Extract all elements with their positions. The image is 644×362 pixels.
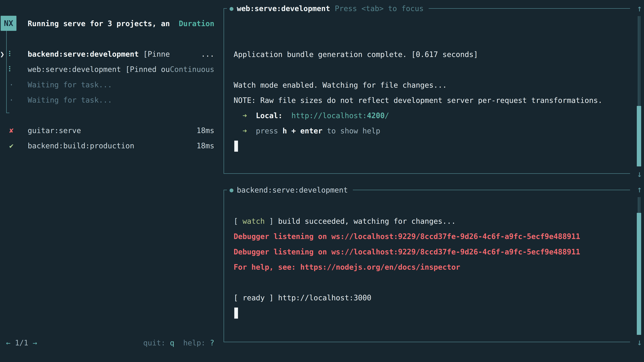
task-row-web-serve[interactable]: ⠇ web:serve:development [Pinned ou Conti… (0, 61, 214, 77)
task-name: backend:build:production (28, 141, 134, 150)
pane-title-bar: ● backend:serve:development (224, 182, 630, 198)
border-segment (224, 190, 227, 190)
log-line-watch-mode: Watch mode enabled. Watching for file ch… (234, 77, 447, 93)
output-pane-backend-serve[interactable]: ● backend:serve:development [ watch ] bu… (224, 190, 630, 342)
scrollbar-thumb[interactable] (637, 106, 641, 166)
nx-tui-screen: NX Running serve for 3 projects, an Dura… (0, 0, 644, 362)
terminal-cursor (234, 308, 238, 319)
focus-hint: Press <tab> to focus (335, 4, 424, 13)
scroll-down-icon[interactable]: ↓ (636, 166, 643, 182)
page-indicator: 1/1 (10, 339, 33, 347)
task-row-backend-build[interactable]: ✔ backend:build:production 18ms (0, 138, 214, 153)
task-name-suffix: [Pinne (139, 50, 170, 58)
task-row-waiting-1[interactable]: · Waiting for task... (0, 77, 214, 92)
task-name: web:serve:development (28, 65, 121, 73)
task-row-guitar-serve[interactable]: ✘ guitar:serve 18ms (0, 123, 214, 138)
border-line (429, 8, 630, 9)
quit-hint-label: quit: (143, 339, 170, 347)
failed-icon: ✘ (8, 126, 16, 135)
success-icon: ✔ (8, 142, 16, 150)
border-segment (224, 8, 227, 9)
log-line-inspector-help: For help, see: https://nodejs.org/en/doc… (234, 259, 460, 275)
output-pane-web-serve[interactable]: ● web:serve:development Press <tab> to f… (224, 8, 630, 174)
task-name: Waiting for task... (28, 96, 112, 104)
watch-tag: watch (242, 217, 265, 225)
log-line-build-succeeded: [ watch ] build succeeded, watching for … (234, 213, 456, 229)
log-line-help-hint: ➜ press h + enter to show help (234, 123, 380, 138)
help-pre-text: press (256, 126, 282, 135)
scroll-down-icon[interactable]: ↓ (636, 335, 643, 350)
log-line-bundle-complete: Application bundle generation complete. … (234, 46, 478, 62)
local-label: Local: (256, 111, 282, 120)
running-bullet-icon: ● (230, 5, 234, 12)
running-bullet-icon: ● (230, 186, 234, 194)
quit-key: q (170, 339, 174, 347)
task-duration: 18ms (196, 141, 214, 150)
task-row-waiting-2[interactable]: · Waiting for task... (0, 92, 214, 108)
duration-column-header: Duration (179, 19, 214, 28)
task-status-value: ... (201, 50, 214, 58)
task-name: Waiting for task... (28, 80, 112, 89)
scroll-up-icon[interactable]: ↑ (636, 182, 643, 197)
log-line-note: NOTE: Raw file sizes do not reflect deve… (234, 92, 602, 108)
localhost-4200-link[interactable]: http://localhost:4200/ (291, 111, 389, 120)
task-name: guitar:serve (28, 126, 81, 135)
running-spinner-icon: ⠇ (8, 65, 14, 73)
hint-gap (174, 339, 183, 347)
gap (282, 111, 291, 120)
border-line (353, 190, 630, 190)
task-name-suffix: [Pinned ou (121, 65, 170, 73)
terminal-cursor (234, 141, 238, 152)
bracket-open: [ (234, 217, 242, 225)
pane-title: backend:serve:development (237, 186, 348, 194)
log-line-local-url: ➜ Local: http://localhost:4200/ (234, 108, 389, 123)
scrollbar-track[interactable] (638, 16, 640, 106)
log-line-ready: [ ready ] http://localhost:3000 (234, 290, 371, 305)
watch-message: build succeeded, watching for changes... (274, 217, 456, 225)
task-row-backend-serve[interactable]: ❯ ⠇ backend:serve:development [Pinne ... (0, 46, 214, 62)
bracket-close: ] (265, 217, 274, 225)
help-key: ? (210, 339, 214, 347)
scrollbar-track[interactable] (638, 197, 640, 213)
task-duration: 18ms (196, 126, 214, 135)
waiting-dot-icon: · (8, 80, 16, 89)
scroll-up-icon[interactable]: ↑ (636, 1, 643, 16)
task-list-footer: ← 1/1 → quit: q help: ? (0, 335, 214, 351)
log-line-debugger-1: Debugger listening on ws://localhost:922… (234, 229, 580, 244)
task-list-header: Running serve for 3 projects, an Duratio… (0, 16, 214, 31)
log-line-debugger-2: Debugger listening on ws://localhost:922… (234, 244, 580, 259)
help-keys: h + enter (282, 126, 322, 135)
help-hint-label: help: (183, 339, 210, 347)
arrow-icon: ➜ (234, 111, 256, 120)
running-spinner-icon: ⠇ (8, 50, 14, 58)
task-list-title: Running serve for 3 projects, an (28, 19, 170, 28)
pane-title: web:serve:development (237, 4, 330, 13)
arrow-icon: ➜ (234, 126, 256, 135)
page-next-arrow[interactable]: → (33, 339, 37, 347)
pane-title-bar: ● web:serve:development Press <tab> to f… (224, 1, 630, 16)
page-prev-arrow[interactable]: ← (6, 339, 10, 347)
task-name: backend:serve:development (28, 50, 139, 58)
scrollbar-thumb[interactable] (637, 213, 641, 335)
selected-caret-icon: ❯ (0, 50, 4, 58)
help-post-text: to show help (322, 126, 380, 135)
task-status-value: Continuous (170, 65, 214, 73)
waiting-dot-icon: · (8, 96, 16, 104)
